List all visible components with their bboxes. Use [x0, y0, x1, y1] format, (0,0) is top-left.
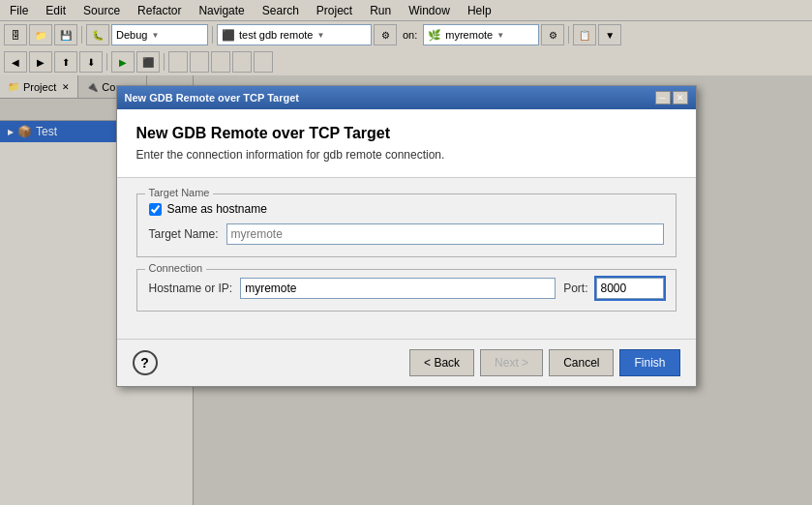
t3[interactable]: [211, 51, 230, 73]
next-edit-icon: ⬇: [87, 57, 95, 68]
debug-combo[interactable]: Debug ▼: [111, 24, 208, 45]
connection-legend: Connection: [145, 262, 207, 274]
footer-right: < Back Next > Cancel Finish: [409, 349, 679, 376]
remote-combo[interactable]: 🌿 myremote ▼: [423, 24, 539, 45]
target-name-input[interactable]: [226, 223, 664, 245]
run-config-icon: ⬛: [222, 29, 235, 42]
settings-icon: ⚙: [381, 30, 390, 41]
target-name-row: Target Name:: [149, 223, 664, 245]
remote-icon: 🌿: [428, 29, 441, 42]
open-icon: 📁: [35, 30, 46, 41]
menu-help[interactable]: Help: [462, 2, 497, 19]
toolbar-row1: 🗄 📁 💾 🐛 Debug ▼ ⬛ test gdb remote ▼ ⚙ on…: [0, 21, 812, 48]
t5[interactable]: [254, 51, 273, 73]
run-config-arrow: ▼: [316, 31, 324, 40]
hostname-row: Hostname or IP: Port:: [149, 278, 664, 299]
dialog-description: Enter the connection information for gdb…: [136, 148, 677, 162]
port-label: Port:: [563, 282, 587, 295]
modal-overlay: New GDB Remote over TCP Target ─ ✕ New G…: [0, 75, 812, 505]
build-btn[interactable]: ▶: [111, 51, 135, 73]
t2[interactable]: [190, 51, 209, 73]
remote-settings-btn[interactable]: ⚙: [541, 24, 564, 45]
toolbar-debug-btn[interactable]: 🐛: [86, 24, 109, 45]
perspective-menu-icon: ▼: [605, 30, 615, 41]
separator-1: [81, 26, 82, 44]
debug-combo-label: Debug: [116, 29, 147, 41]
forward-icon: ▶: [37, 57, 45, 68]
remote-arrow: ▼: [496, 31, 504, 40]
dialog-minimize-btn[interactable]: ─: [655, 91, 671, 104]
menu-run[interactable]: Run: [364, 2, 397, 19]
menu-navigate[interactable]: Navigate: [193, 2, 250, 19]
back-icon: ◀: [12, 57, 19, 68]
run-config-combo[interactable]: ⬛ test gdb remote ▼: [217, 24, 372, 45]
dialog-controls: ─ ✕: [655, 91, 688, 104]
prev-edit-btn[interactable]: ⬆: [54, 51, 77, 73]
toolbar-new-btn[interactable]: 🗄: [4, 24, 27, 45]
menu-file[interactable]: File: [4, 2, 34, 19]
hostname-label: Hostname or IP:: [149, 282, 233, 295]
footer-left: ?: [133, 350, 158, 375]
toolbar-run-config-settings[interactable]: ⚙: [374, 24, 397, 45]
save-icon: 💾: [60, 30, 72, 41]
run-config-label: test gdb remote: [239, 29, 313, 41]
toolbar-save-btn[interactable]: 💾: [54, 24, 77, 45]
help-button[interactable]: ?: [133, 350, 158, 375]
target-name-label: Target Name:: [149, 227, 219, 241]
same-as-hostname-label: Same as hostname: [167, 202, 267, 216]
same-as-hostname-row: Same as hostname: [149, 202, 664, 216]
open-perspective-btn[interactable]: 📋: [573, 24, 596, 45]
stop-icon: ⬛: [142, 57, 154, 68]
remote-settings-icon: ⚙: [549, 30, 557, 41]
menu-refactor[interactable]: Refactor: [132, 2, 187, 19]
debug-combo-arrow: ▼: [151, 31, 159, 40]
t4[interactable]: [232, 51, 252, 73]
finish-button[interactable]: Finish: [619, 349, 679, 376]
dialog-title-text: New GDB Remote over TCP Target: [125, 92, 300, 104]
remote-label: myremote: [445, 29, 493, 41]
toolbar-open-btn[interactable]: 📁: [29, 24, 52, 45]
prev-edit-icon: ⬆: [62, 57, 70, 68]
t1[interactable]: [168, 51, 188, 73]
stop-btn[interactable]: ⬛: [136, 51, 160, 73]
separator-5: [164, 53, 165, 71]
forward-btn[interactable]: ▶: [29, 51, 52, 73]
next-button[interactable]: Next >: [480, 349, 543, 376]
perspective-icon: 📋: [579, 30, 590, 41]
help-icon: ?: [140, 355, 149, 371]
perspective-menu-btn[interactable]: ▼: [598, 24, 621, 45]
cancel-button[interactable]: Cancel: [549, 349, 614, 376]
connection-section: Connection Hostname or IP: Port:: [136, 269, 677, 312]
dialog-titlebar: New GDB Remote over TCP Target ─ ✕: [117, 86, 696, 109]
separator-2: [212, 26, 213, 44]
target-name-section: Target Name Same as hostname Target Name…: [136, 193, 677, 257]
menu-search[interactable]: Search: [256, 2, 305, 19]
menu-bar: File Edit Source Refactor Navigate Searc…: [0, 0, 812, 21]
minimize-icon: ─: [659, 93, 665, 103]
dialog-close-btn[interactable]: ✕: [673, 91, 688, 104]
new-icon: 🗄: [11, 30, 20, 41]
separator-4: [106, 53, 107, 71]
next-edit-btn[interactable]: ⬇: [79, 51, 103, 73]
back-button[interactable]: < Back: [409, 349, 474, 376]
dialog-body: Target Name Same as hostname Target Name…: [117, 178, 696, 339]
ide-background: File Edit Source Refactor Navigate Searc…: [0, 0, 812, 505]
toolbar-row2: ◀ ▶ ⬆ ⬇ ▶ ⬛: [0, 48, 812, 75]
debug-icon: 🐛: [92, 30, 104, 41]
menu-edit[interactable]: Edit: [40, 2, 72, 19]
dialog-heading: New GDB Remote over TCP Target: [136, 125, 677, 142]
menu-project[interactable]: Project: [311, 2, 358, 19]
menu-window[interactable]: Window: [403, 2, 456, 19]
hostname-input[interactable]: [240, 278, 556, 299]
dialog-header: New GDB Remote over TCP Target Enter the…: [117, 109, 696, 178]
same-as-hostname-checkbox[interactable]: [149, 203, 162, 216]
close-icon: ✕: [677, 93, 684, 103]
back-btn[interactable]: ◀: [4, 51, 27, 73]
on-label: on:: [399, 29, 421, 41]
menu-source[interactable]: Source: [77, 2, 126, 19]
secondary-toolbar-items: [168, 51, 808, 73]
dialog: New GDB Remote over TCP Target ─ ✕ New G…: [116, 85, 697, 387]
port-input[interactable]: [596, 278, 664, 299]
target-name-legend: Target Name: [145, 187, 214, 198]
separator-3: [568, 26, 569, 44]
